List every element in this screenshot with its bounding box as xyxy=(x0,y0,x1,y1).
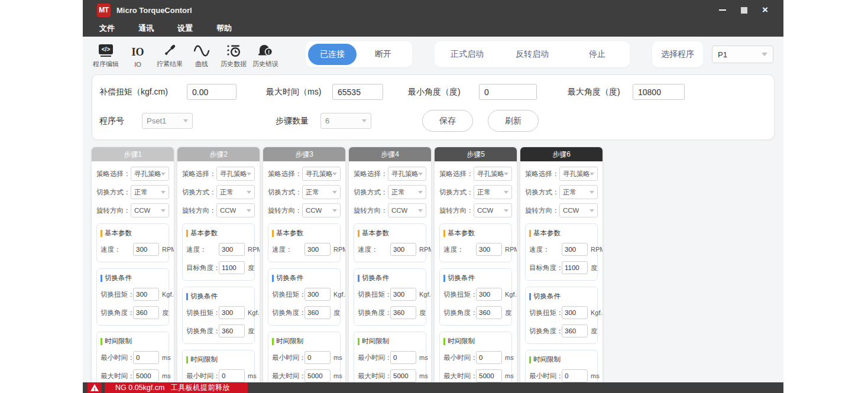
max-time-input[interactable]: 65535 xyxy=(332,84,383,100)
switch-angle-input[interactable]: 360 xyxy=(133,306,159,319)
maximize-button[interactable] xyxy=(740,6,748,14)
min-angle-input[interactable]: 0 xyxy=(479,84,537,100)
strategy-label: 策略选择： xyxy=(96,170,131,178)
min-time-label: 最小时间： xyxy=(358,353,390,362)
tool-history-error[interactable]: ! 历史错误 xyxy=(251,40,280,69)
basic-section-title: 基本参数 xyxy=(533,229,561,238)
tool-program-edit[interactable]: </> 程序编辑 xyxy=(92,40,120,69)
step-count-select[interactable]: 6 xyxy=(320,113,371,129)
step-header[interactable]: 步骤4 xyxy=(349,147,431,161)
strategy-select[interactable]: 寻孔策略 xyxy=(388,167,426,181)
disconnect-button[interactable]: 断开 xyxy=(357,49,410,60)
switch-angle-input[interactable]: 360 xyxy=(390,306,416,319)
section-bar xyxy=(272,338,274,345)
switch-torque-input[interactable]: 300 xyxy=(390,288,416,301)
step-header[interactable]: 步骤6 xyxy=(520,147,603,161)
close-button[interactable]: × xyxy=(761,6,769,14)
switch-angle-input[interactable]: 360 xyxy=(219,324,245,337)
min-time-input[interactable]: 0 xyxy=(133,351,159,364)
direction-select[interactable]: CCW xyxy=(302,203,341,217)
direction-select[interactable]: CCW xyxy=(474,203,512,217)
speed-input[interactable]: 300 xyxy=(390,243,416,256)
switch-torque-input[interactable]: 300 xyxy=(562,306,588,319)
speed-input[interactable]: 300 xyxy=(133,243,159,256)
close-icon: × xyxy=(762,6,768,14)
switch-mode-select[interactable]: 正常 xyxy=(474,185,512,199)
switch-angle-input[interactable]: 360 xyxy=(562,324,588,337)
tool-curve[interactable]: 曲线 xyxy=(187,40,216,69)
menubar: 文件 通讯 设置 帮助 xyxy=(83,20,783,37)
switch-mode-select[interactable]: 正常 xyxy=(559,185,598,199)
max-time-label: 最大时间： xyxy=(443,372,476,381)
target-angle-input[interactable]: 1100 xyxy=(562,261,588,274)
strategy-label: 策略选择： xyxy=(354,170,388,178)
switch-angle-input[interactable]: 360 xyxy=(476,306,502,319)
min-time-input[interactable]: 0 xyxy=(305,351,331,364)
min-time-input[interactable]: 0 xyxy=(219,369,245,382)
switch-torque-input[interactable]: 300 xyxy=(133,288,159,301)
direction-select[interactable]: CCW xyxy=(131,203,169,217)
program-select[interactable]: P1 xyxy=(712,46,773,63)
minimize-button[interactable] xyxy=(718,6,727,14)
switch-torque-input[interactable]: 300 xyxy=(305,288,331,301)
step-header[interactable]: 步骤1 xyxy=(92,147,174,161)
switch-angle-input[interactable]: 360 xyxy=(305,306,331,319)
tool-tighten-result[interactable]: 拧紧结果 xyxy=(156,40,184,69)
start-button[interactable]: 正式启动 xyxy=(435,49,500,60)
strategy-select[interactable]: 寻孔策略 xyxy=(131,167,169,181)
step-header[interactable]: 步骤3 xyxy=(263,147,345,161)
step-header[interactable]: 步骤5 xyxy=(435,147,517,161)
max-angle-input[interactable]: 10800 xyxy=(633,84,685,100)
menu-settings[interactable]: 设置 xyxy=(177,23,193,34)
switch-torque-label: 切换扭矩： xyxy=(529,308,562,317)
speed-input[interactable]: 300 xyxy=(305,243,331,256)
reverse-start-button[interactable]: 反转启动 xyxy=(500,49,565,60)
switch-mode-select[interactable]: 正常 xyxy=(216,185,255,199)
connected-button[interactable]: 已连接 xyxy=(308,44,357,65)
comp-torque-input[interactable]: 0.00 xyxy=(187,84,237,100)
switch-torque-input[interactable]: 300 xyxy=(219,306,245,319)
speed-input[interactable]: 300 xyxy=(476,243,502,256)
strategy-select[interactable]: 寻孔策略 xyxy=(474,167,512,181)
max-time-input[interactable]: 5000 xyxy=(133,369,159,382)
section-bar xyxy=(358,230,359,237)
max-time-label: 最大时间： xyxy=(272,372,305,381)
min-time-input[interactable]: 0 xyxy=(390,351,416,364)
stop-button[interactable]: 停止 xyxy=(565,49,630,60)
switch-condition-section: 切换条件 切换扭矩： 300 Kgf.cm 切换角度： 360 度 xyxy=(96,268,169,326)
menu-communication[interactable]: 通讯 xyxy=(138,23,154,34)
max-time-input[interactable]: 5000 xyxy=(390,369,416,382)
section-bar xyxy=(358,338,359,345)
save-button[interactable]: 保存 xyxy=(422,110,473,132)
switch-condition-section: 切换条件 切换扭矩： 300 Kgf.cm 切换角度： 360 度 xyxy=(525,287,598,344)
switch-mode-select[interactable]: 正常 xyxy=(131,185,169,199)
basic-params-section: 基本参数 速度： 300 RPM xyxy=(268,223,341,262)
tool-history-data[interactable]: 历史数据 xyxy=(219,40,248,69)
max-time-input[interactable]: 5000 xyxy=(476,369,502,382)
max-time-input[interactable]: 5000 xyxy=(305,369,331,382)
speed-input[interactable]: 300 xyxy=(219,243,245,256)
refresh-button[interactable]: 刷新 xyxy=(488,110,539,132)
direction-select[interactable]: CCW xyxy=(216,203,255,217)
select-program-button[interactable]: 选择程序 xyxy=(652,41,703,67)
direction-select[interactable]: CCW xyxy=(559,203,598,217)
menu-file[interactable]: 文件 xyxy=(99,23,115,34)
target-angle-input[interactable]: 1100 xyxy=(219,261,245,274)
step-header[interactable]: 步骤2 xyxy=(177,147,260,161)
strategy-select[interactable]: 寻孔策略 xyxy=(559,167,598,181)
menu-help[interactable]: 帮助 xyxy=(216,23,232,34)
switch-torque-input[interactable]: 300 xyxy=(476,288,502,301)
min-time-input[interactable]: 0 xyxy=(562,369,588,382)
switch-mode-label: 切换方式： xyxy=(354,188,388,197)
switch-mode-select[interactable]: 正常 xyxy=(388,185,426,199)
program-no-select[interactable]: Pset1 xyxy=(142,113,193,129)
switch-section-title: 切换条件 xyxy=(190,292,218,301)
min-time-input[interactable]: 0 xyxy=(476,351,502,364)
speed-input[interactable]: 300 xyxy=(562,243,588,256)
strategy-select[interactable]: 寻孔策略 xyxy=(302,167,341,181)
basic-params-section: 基本参数 速度： 300 RPM 目标角度： 1100 度 xyxy=(525,223,598,281)
strategy-select[interactable]: 寻孔策略 xyxy=(216,167,255,181)
switch-mode-select[interactable]: 正常 xyxy=(302,185,341,199)
tool-io[interactable]: IO IO xyxy=(124,41,152,68)
direction-select[interactable]: CCW xyxy=(388,203,426,217)
